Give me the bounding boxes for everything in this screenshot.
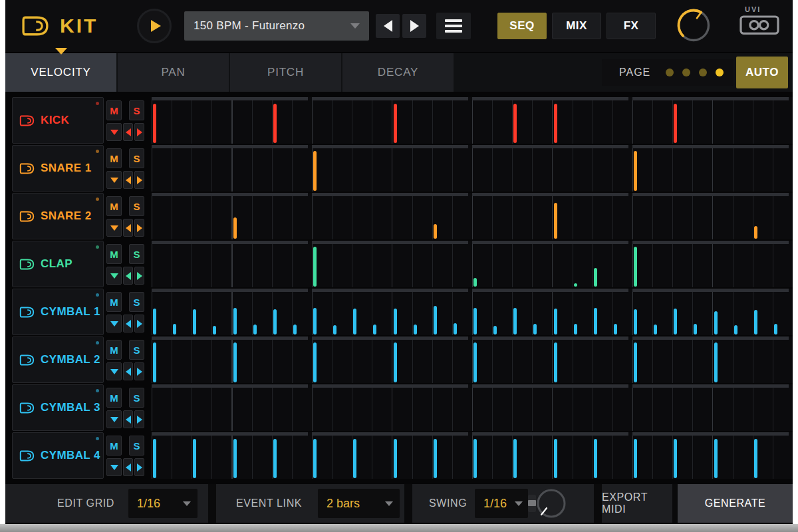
velocity-bar[interactable]: [313, 439, 317, 478]
velocity-bar[interactable]: [674, 309, 677, 334]
tab-fx[interactable]: FX: [606, 13, 656, 39]
track-dropdown-button[interactable]: [106, 171, 122, 189]
velocity-bar[interactable]: [394, 309, 397, 334]
step-grid[interactable]: [152, 384, 793, 431]
shift-left-button[interactable]: [123, 171, 133, 189]
velocity-bar[interactable]: [674, 439, 677, 478]
shift-right-button[interactable]: [134, 171, 144, 189]
shift-left-button[interactable]: [123, 410, 133, 428]
event-link-dropdown[interactable]: 2 bars: [318, 489, 400, 518]
velocity-bar[interactable]: [313, 247, 317, 287]
velocity-bar[interactable]: [774, 324, 777, 334]
tab-pitch[interactable]: PITCH: [230, 53, 341, 92]
solo-button[interactable]: S: [129, 436, 144, 456]
shift-left-button[interactable]: [123, 315, 133, 332]
velocity-bar[interactable]: [153, 309, 156, 334]
solo-button[interactable]: S: [129, 196, 144, 216]
velocity-bar[interactable]: [394, 104, 397, 143]
velocity-bar[interactable]: [634, 342, 637, 382]
velocity-bar[interactable]: [714, 342, 718, 382]
velocity-bar[interactable]: [153, 342, 156, 382]
velocity-bar[interactable]: [554, 309, 557, 334]
velocity-bar[interactable]: [554, 439, 557, 478]
velocity-bar[interactable]: [594, 308, 597, 334]
velocity-bar[interactable]: [313, 342, 317, 382]
velocity-bar[interactable]: [634, 309, 637, 334]
track-label[interactable]: CYMBAL 3: [12, 384, 104, 431]
track-dropdown-button[interactable]: [106, 123, 122, 141]
step-grid[interactable]: [152, 145, 793, 192]
velocity-bar[interactable]: [754, 439, 757, 478]
shift-left-button[interactable]: [123, 267, 133, 285]
solo-button[interactable]: S: [129, 244, 144, 264]
page-dot[interactable]: [666, 68, 674, 76]
velocity-bar[interactable]: [734, 325, 737, 334]
velocity-bar[interactable]: [594, 439, 597, 478]
tab-pan[interactable]: PAN: [118, 53, 229, 92]
shift-right-button[interactable]: [134, 123, 144, 141]
track-dropdown-button[interactable]: [106, 267, 122, 285]
velocity-bar[interactable]: [754, 310, 757, 334]
track-label[interactable]: CYMBAL 4: [12, 432, 104, 479]
solo-button[interactable]: S: [129, 388, 144, 408]
velocity-bar[interactable]: [153, 439, 156, 478]
step-grid[interactable]: [152, 289, 793, 335]
velocity-bar[interactable]: [293, 325, 297, 334]
velocity-bar[interactable]: [634, 151, 637, 191]
velocity-bar[interactable]: [473, 342, 477, 382]
velocity-bar[interactable]: [674, 104, 677, 143]
velocity-bar[interactable]: [493, 326, 497, 334]
velocity-bar[interactable]: [434, 224, 437, 239]
solo-button[interactable]: S: [129, 100, 144, 120]
track-label[interactable]: CLAP: [12, 241, 104, 287]
step-grid[interactable]: [152, 432, 793, 479]
velocity-bar[interactable]: [414, 325, 417, 334]
step-grid[interactable]: [152, 193, 793, 239]
velocity-bar[interactable]: [473, 278, 477, 287]
velocity-bar[interactable]: [233, 217, 237, 239]
track-dropdown-button[interactable]: [106, 458, 122, 476]
page-dot[interactable]: [699, 68, 707, 76]
velocity-bar[interactable]: [233, 308, 237, 334]
shift-right-button[interactable]: [134, 362, 144, 380]
velocity-bar[interactable]: [253, 325, 257, 334]
track-label[interactable]: SNARE 1: [12, 145, 104, 192]
velocity-bar[interactable]: [533, 324, 537, 334]
step-grid[interactable]: [152, 241, 793, 287]
track-dropdown-button[interactable]: [106, 219, 122, 237]
track-dropdown-button[interactable]: [106, 362, 122, 380]
menu-button[interactable]: [436, 13, 471, 39]
velocity-bar[interactable]: [694, 324, 697, 334]
velocity-bar[interactable]: [574, 283, 577, 287]
velocity-bar[interactable]: [333, 325, 336, 334]
track-label[interactable]: KICK: [12, 97, 104, 144]
velocity-bar[interactable]: [654, 325, 657, 334]
velocity-bar[interactable]: [394, 342, 397, 382]
velocity-bar[interactable]: [353, 309, 356, 334]
track-dropdown-button[interactable]: [106, 410, 122, 428]
velocity-bar[interactable]: [473, 439, 477, 478]
shift-right-button[interactable]: [134, 315, 144, 332]
velocity-bar[interactable]: [574, 324, 577, 334]
auto-button[interactable]: AUTO: [736, 57, 788, 88]
mute-button[interactable]: M: [106, 388, 122, 408]
velocity-bar[interactable]: [273, 309, 277, 334]
mute-button[interactable]: M: [106, 244, 122, 264]
shift-right-button[interactable]: [134, 410, 144, 428]
shift-right-button[interactable]: [134, 267, 144, 285]
step-grid[interactable]: [152, 97, 793, 144]
mute-button[interactable]: M: [106, 340, 122, 360]
velocity-bar[interactable]: [714, 311, 718, 334]
solo-button[interactable]: S: [129, 340, 144, 360]
velocity-bar[interactable]: [754, 226, 757, 239]
track-label[interactable]: CYMBAL 2: [12, 336, 104, 383]
velocity-bar[interactable]: [714, 439, 718, 478]
velocity-bar[interactable]: [554, 203, 557, 239]
mute-button[interactable]: M: [106, 148, 122, 168]
velocity-bar[interactable]: [193, 309, 196, 334]
shift-right-button[interactable]: [134, 458, 144, 476]
swing-amount-knob[interactable]: [535, 487, 567, 519]
velocity-bar[interactable]: [394, 439, 397, 478]
velocity-bar[interactable]: [173, 324, 176, 334]
velocity-bar[interactable]: [554, 104, 557, 143]
